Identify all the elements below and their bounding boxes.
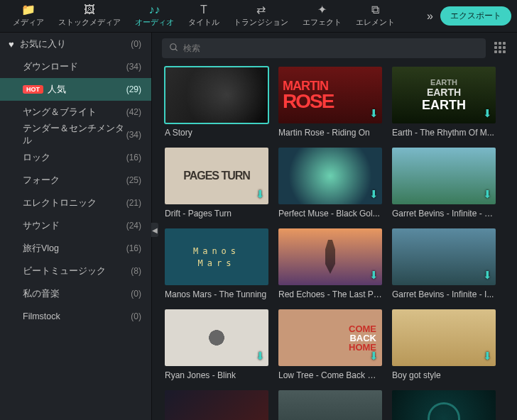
card-title: Low Tree - Come Back Ho...	[278, 370, 382, 380]
download-icon[interactable]: ⬇	[369, 269, 379, 282]
tab-label: エレメント	[356, 17, 395, 28]
thumbnail[interactable]	[392, 390, 496, 420]
audio-card[interactable]	[392, 390, 496, 420]
sidebar-item-count: (24)	[126, 221, 141, 231]
tab-label: エフェクト	[303, 17, 342, 28]
download-icon[interactable]: ⬇	[256, 350, 265, 363]
card-title: Boy got style	[392, 370, 496, 380]
sidebar-item-2[interactable]: HOT人気(29)	[0, 78, 151, 101]
sidebar-item-7[interactable]: エレクトロニック(21)	[0, 192, 151, 214]
download-icon[interactable]: ⬇	[483, 350, 492, 363]
sidebar-item-label: サウンド	[23, 220, 126, 232]
tab-4[interactable]: ⇄トランジション	[228, 1, 294, 31]
thumbnail[interactable]: EARTHEARTHEARTH⬇	[392, 67, 496, 123]
audio-card[interactable]: COMEBACKHOME⬇Low Tree - Come Back Ho...	[278, 309, 382, 380]
sidebar-item-label: ロック	[23, 152, 126, 164]
thumbnail[interactable]	[278, 390, 382, 420]
tab-icon: T	[200, 4, 207, 16]
tab-5[interactable]: ✦エフェクト	[297, 1, 347, 31]
thumbnail[interactable]: PAGES TURN⬇	[165, 148, 268, 204]
tab-icon: 🖼	[84, 4, 95, 16]
sidebar-item-label: フォーク	[23, 175, 126, 187]
sidebar-item-label: Filmstock	[23, 311, 131, 321]
audio-card[interactable]: MARTINROSE⬇Martin Rose - Riding On	[278, 67, 382, 138]
audio-card[interactable]: ⬇Ryan Jones - Blink	[165, 309, 268, 380]
sidebar-item-count: (25)	[126, 175, 141, 185]
view-toggle-grid-icon[interactable]	[494, 42, 507, 55]
audio-card[interactable]: ⬇Garret Bevins - Infinite - I...	[392, 228, 496, 299]
thumbnail[interactable]: MARTINROSE⬇	[278, 67, 382, 123]
audio-card[interactable]	[278, 390, 382, 420]
download-icon[interactable]: ⬇	[369, 350, 379, 363]
tab-6[interactable]: ⧉エレメント	[350, 1, 401, 31]
search-row	[152, 33, 517, 64]
sidebar-item-label: 旅行Vlog	[23, 243, 126, 255]
sidebar-item-1[interactable]: ダウンロード(34)	[0, 55, 151, 78]
audio-card[interactable]: PAGES TURN⬇Drift - Pages Turn	[165, 148, 268, 219]
thumbnail[interactable]: ⬇	[392, 228, 496, 285]
thumbnail[interactable]: ManosMars	[165, 228, 268, 285]
collapse-sidebar-handle[interactable]: ◀	[151, 223, 158, 237]
thumbnail[interactable]: ⬇	[392, 309, 496, 366]
sidebar-item-11[interactable]: 私の音楽(0)	[0, 282, 151, 305]
sidebar-item-10[interactable]: ビートミュージック(8)	[0, 260, 151, 282]
audio-card[interactable]: ⬇Garret Bevins - Infinite - S...	[392, 148, 496, 219]
export-button[interactable]: エクスポート	[440, 6, 511, 26]
tab-icon: ⇄	[256, 4, 266, 16]
thumbnail[interactable]: ⬇	[278, 228, 382, 285]
sidebar-item-label: お気に入り	[20, 38, 131, 50]
thumbnail[interactable]	[165, 390, 268, 420]
sidebar-item-count: (29)	[126, 84, 141, 94]
sidebar-item-6[interactable]: フォーク(25)	[0, 169, 151, 192]
thumbnail[interactable]: COMEBACKHOME⬇	[278, 309, 382, 366]
more-tabs-button[interactable]: »	[420, 6, 440, 27]
thumbnail[interactable]: ⬇	[278, 148, 382, 204]
tab-2[interactable]: ♪♪オーディオ	[129, 1, 180, 31]
search-box[interactable]	[162, 38, 486, 58]
hot-badge: HOT	[23, 85, 43, 94]
card-title: Drift - Pages Turn	[165, 209, 268, 219]
sidebar-item-5[interactable]: ロック(16)	[0, 146, 151, 169]
download-icon[interactable]: ⬇	[483, 188, 492, 201]
thumbnail[interactable]	[165, 67, 268, 123]
top-tab-bar: 📁メディア🖼ストックメディア♪♪オーディオTタイトル⇄トランジション✦エフェクト…	[0, 0, 517, 33]
download-icon[interactable]: ⬇	[483, 107, 492, 120]
tab-0[interactable]: 📁メディア	[7, 1, 50, 31]
sidebar-item-3[interactable]: ヤング＆ブライト(42)	[0, 101, 151, 123]
tab-icon: ⧉	[371, 4, 379, 16]
download-icon[interactable]: ⬇	[256, 188, 265, 201]
sidebar-item-9[interactable]: 旅行Vlog(16)	[0, 237, 151, 260]
sidebar-item-4[interactable]: テンダー＆センチメンタル(34)	[0, 123, 151, 146]
audio-card[interactable]: ⬇Perfect Muse - Black Gol...	[278, 148, 382, 219]
search-input[interactable]	[183, 43, 479, 53]
tab-1[interactable]: 🖼ストックメディア	[53, 1, 126, 31]
sidebar-item-8[interactable]: サウンド(24)	[0, 214, 151, 237]
audio-card[interactable]: ManosMarsManos Mars - The Tunning	[165, 228, 268, 299]
audio-card[interactable]: EARTHEARTHEARTH⬇Earth - The Rhythm Of M.…	[392, 67, 496, 138]
card-title: Garret Bevins - Infinite - I...	[392, 289, 496, 299]
tab-3[interactable]: Tタイトル	[183, 1, 225, 31]
sidebar-item-label: 人気	[48, 84, 126, 96]
download-icon[interactable]: ⬇	[483, 269, 492, 282]
card-title: Garret Bevins - Infinite - S...	[392, 209, 496, 219]
sidebar-item-0[interactable]: ♥お気に入り(0)	[0, 33, 151, 55]
tab-label: ストックメディア	[58, 17, 121, 28]
sidebar-item-count: (34)	[126, 62, 141, 72]
audio-card[interactable]: ⬇Red Echoes - The Last Par...	[278, 228, 382, 299]
sidebar-item-12[interactable]: Filmstock(0)	[0, 305, 151, 328]
sidebar-item-count: (8)	[131, 266, 141, 276]
audio-card[interactable]: A Story	[165, 67, 268, 138]
tab-label: オーディオ	[135, 17, 174, 28]
download-icon[interactable]: ⬇	[369, 188, 379, 201]
card-title: Manos Mars - The Tunning	[165, 289, 268, 299]
sidebar-item-count: (42)	[126, 107, 141, 117]
download-icon[interactable]: ⬇	[369, 107, 379, 120]
category-sidebar: ♥お気に入り(0)ダウンロード(34)HOT人気(29)ヤング＆ブライト(42)…	[0, 33, 152, 420]
card-title: Red Echoes - The Last Par...	[278, 289, 382, 299]
audio-card[interactable]	[165, 390, 268, 420]
thumbnail[interactable]: ⬇	[392, 148, 496, 204]
thumbnail[interactable]: ⬇	[165, 309, 268, 366]
sidebar-item-label: テンダー＆センチメンタル	[23, 123, 126, 147]
audio-card[interactable]: ⬇Boy got style	[392, 309, 496, 380]
results-scroll[interactable]: A StoryMARTINROSE⬇Martin Rose - Riding O…	[152, 64, 517, 420]
